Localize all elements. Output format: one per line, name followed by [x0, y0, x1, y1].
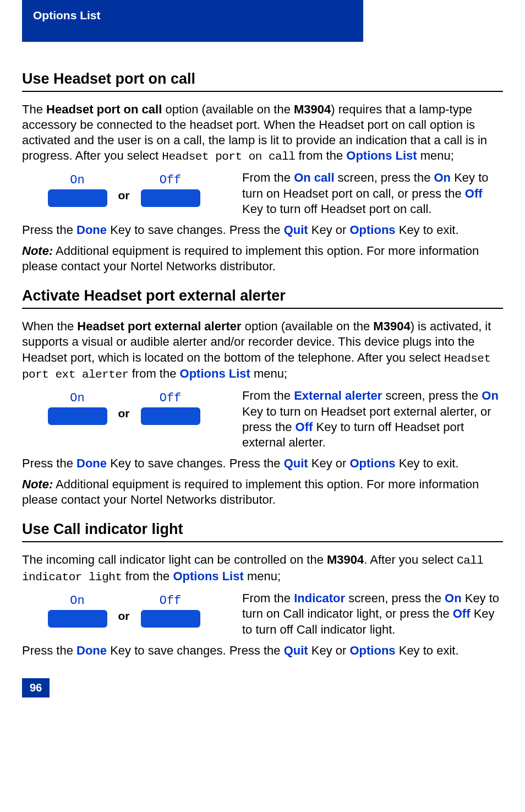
text: Key to save changes. Press the — [107, 223, 284, 237]
note-label: Note: — [22, 244, 53, 258]
softkey-on[interactable] — [48, 407, 107, 425]
section-title-external-alerter: Activate Headset port external alerter — [22, 287, 503, 309]
section3-desc: From the Indicator screen, press the On … — [242, 591, 503, 637]
softkey-label-off: Off — [160, 594, 182, 608]
text: Key to exit. — [396, 644, 459, 657]
text: From the — [242, 591, 294, 605]
text-bold: Headset port external alerter — [77, 319, 241, 333]
text: screen, press the — [345, 591, 445, 605]
options-list-link[interactable]: Options List — [346, 149, 417, 162]
text: When the — [22, 319, 77, 333]
header-tab: Options List — [22, 0, 363, 42]
text: menu; — [250, 367, 287, 380]
softkey-off[interactable] — [141, 189, 200, 207]
done-key-link: Done — [76, 223, 107, 237]
text: from the — [129, 367, 180, 380]
page-number: 96 — [22, 678, 50, 697]
text: option (available on the — [242, 319, 374, 333]
text: Key to save changes. Press the — [107, 456, 284, 470]
text: Key or — [308, 644, 350, 657]
options-list-link[interactable]: Options List — [180, 367, 250, 380]
softkey-label-off: Off — [160, 173, 182, 187]
text: Press the — [22, 456, 76, 470]
section1-intro: The Headset port on call option (availab… — [22, 102, 503, 165]
note-label: Note: — [22, 477, 53, 491]
section2-intro: When the Headset port external alerter o… — [22, 319, 503, 383]
softkey-label-on: On — [70, 594, 84, 608]
text-bold: M3904 — [294, 102, 331, 116]
text: screen, press the — [335, 171, 434, 184]
text: screen, press the — [382, 389, 482, 402]
text: Key to exit. — [396, 456, 459, 470]
section2-done: Press the Done Key to save changes. Pres… — [22, 456, 503, 471]
text: The — [22, 102, 46, 116]
off-key-link: Off — [296, 420, 313, 434]
or-text: or — [118, 179, 130, 202]
section1-note: Note: Additional equipment is required t… — [22, 243, 503, 274]
section2-note: Note: Additional equipment is required t… — [22, 477, 503, 508]
section-title-call-indicator: Use Call indicator light — [22, 521, 503, 542]
text-bold: M3904 — [373, 319, 410, 333]
text: Key or — [308, 223, 350, 237]
done-key-link: Done — [76, 456, 107, 470]
text: from the — [122, 569, 173, 583]
on-call-link: On call — [294, 171, 334, 184]
section3-done: Press the Done Key to save changes. Pres… — [22, 643, 503, 658]
quit-key-link: Quit — [284, 644, 308, 657]
text: option (available on the — [162, 102, 294, 116]
softkey-on[interactable] — [48, 189, 107, 207]
softkey-off[interactable] — [141, 610, 200, 628]
section3-intro: The incoming call indicator light can be… — [22, 552, 503, 585]
softkey-label-on: On — [70, 391, 84, 405]
off-key-link: Off — [453, 607, 471, 620]
on-key-link: On — [445, 591, 462, 605]
text-bold: Headset port on call — [46, 102, 162, 116]
note-text: Additional equipment is required to impl… — [22, 244, 479, 273]
text: Key to turn off Headset port on call. — [242, 202, 431, 216]
text: From the — [242, 389, 294, 402]
on-key-link: On — [434, 171, 451, 184]
note-text: Additional equipment is required to impl… — [22, 477, 479, 506]
text: menu; — [244, 569, 281, 583]
or-text: or — [118, 397, 130, 420]
options-key-link: Options — [349, 644, 395, 657]
off-key-link: Off — [465, 187, 483, 200]
section2-desc: From the External alerter screen, press … — [242, 388, 503, 450]
text: Key or — [308, 456, 350, 470]
options-key-link: Options — [349, 456, 395, 470]
text: Key to save changes. Press the — [107, 644, 284, 657]
indicator-link: Indicator — [294, 591, 345, 605]
text: . After you select — [364, 553, 457, 566]
section-title-headset-port-on-call: Use Headset port on call — [22, 70, 503, 92]
softkey-block: On or Off — [22, 170, 226, 207]
done-key-link: Done — [76, 644, 107, 657]
text: From the — [242, 171, 294, 184]
text: Press the — [22, 644, 76, 657]
softkey-label-off: Off — [160, 391, 182, 405]
options-list-link[interactable]: Options List — [173, 569, 243, 583]
softkey-block: On or Off — [22, 591, 226, 628]
text: The incoming call indicator light can be… — [22, 553, 327, 566]
softkey-on[interactable] — [48, 610, 107, 628]
softkey-block: On or Off — [22, 388, 226, 425]
text: Press the — [22, 223, 76, 237]
quit-key-link: Quit — [284, 456, 308, 470]
or-text: or — [118, 600, 130, 623]
text: menu; — [417, 149, 454, 162]
options-key-link: Options — [349, 223, 395, 237]
text: Key to exit. — [396, 223, 459, 237]
on-key-link: On — [482, 389, 499, 402]
quit-key-link: Quit — [284, 223, 308, 237]
text-bold: M3904 — [327, 553, 364, 566]
text: from the — [295, 149, 346, 162]
section1-done: Press the Done Key to save changes. Pres… — [22, 222, 503, 238]
softkey-off[interactable] — [141, 407, 200, 425]
section1-desc: From the On call screen, press the On Ke… — [242, 170, 503, 216]
softkey-label-on: On — [70, 173, 84, 187]
text-mono: Headset port on call — [162, 150, 295, 163]
external-alerter-link: External alerter — [294, 389, 382, 402]
